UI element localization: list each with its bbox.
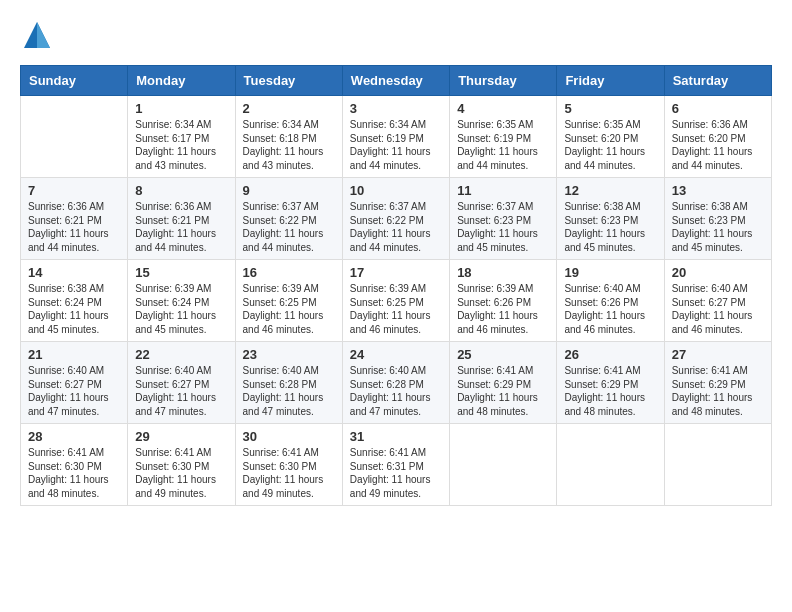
day-number: 9 bbox=[243, 183, 335, 198]
calendar-cell: 25Sunrise: 6:41 AM Sunset: 6:29 PM Dayli… bbox=[450, 342, 557, 424]
calendar-cell: 31Sunrise: 6:41 AM Sunset: 6:31 PM Dayli… bbox=[342, 424, 449, 506]
day-number: 10 bbox=[350, 183, 442, 198]
day-number: 17 bbox=[350, 265, 442, 280]
day-number: 2 bbox=[243, 101, 335, 116]
calendar-day-header: Saturday bbox=[664, 66, 771, 96]
cell-content: Sunrise: 6:41 AM Sunset: 6:30 PM Dayligh… bbox=[135, 446, 227, 500]
calendar-cell bbox=[557, 424, 664, 506]
cell-content: Sunrise: 6:37 AM Sunset: 6:23 PM Dayligh… bbox=[457, 200, 549, 254]
day-number: 13 bbox=[672, 183, 764, 198]
calendar-cell: 9Sunrise: 6:37 AM Sunset: 6:22 PM Daylig… bbox=[235, 178, 342, 260]
day-number: 7 bbox=[28, 183, 120, 198]
cell-content: Sunrise: 6:34 AM Sunset: 6:18 PM Dayligh… bbox=[243, 118, 335, 172]
calendar-week-row: 21Sunrise: 6:40 AM Sunset: 6:27 PM Dayli… bbox=[21, 342, 772, 424]
cell-content: Sunrise: 6:40 AM Sunset: 6:27 PM Dayligh… bbox=[672, 282, 764, 336]
day-number: 19 bbox=[564, 265, 656, 280]
day-number: 24 bbox=[350, 347, 442, 362]
calendar-cell: 20Sunrise: 6:40 AM Sunset: 6:27 PM Dayli… bbox=[664, 260, 771, 342]
day-number: 15 bbox=[135, 265, 227, 280]
calendar-cell: 10Sunrise: 6:37 AM Sunset: 6:22 PM Dayli… bbox=[342, 178, 449, 260]
calendar-cell: 22Sunrise: 6:40 AM Sunset: 6:27 PM Dayli… bbox=[128, 342, 235, 424]
calendar-cell: 26Sunrise: 6:41 AM Sunset: 6:29 PM Dayli… bbox=[557, 342, 664, 424]
day-number: 31 bbox=[350, 429, 442, 444]
calendar-cell: 24Sunrise: 6:40 AM Sunset: 6:28 PM Dayli… bbox=[342, 342, 449, 424]
cell-content: Sunrise: 6:41 AM Sunset: 6:29 PM Dayligh… bbox=[564, 364, 656, 418]
day-number: 29 bbox=[135, 429, 227, 444]
calendar-cell: 27Sunrise: 6:41 AM Sunset: 6:29 PM Dayli… bbox=[664, 342, 771, 424]
calendar-week-row: 14Sunrise: 6:38 AM Sunset: 6:24 PM Dayli… bbox=[21, 260, 772, 342]
calendar-cell: 30Sunrise: 6:41 AM Sunset: 6:30 PM Dayli… bbox=[235, 424, 342, 506]
calendar-day-header: Sunday bbox=[21, 66, 128, 96]
calendar-day-header: Monday bbox=[128, 66, 235, 96]
calendar-week-row: 1Sunrise: 6:34 AM Sunset: 6:17 PM Daylig… bbox=[21, 96, 772, 178]
calendar-day-header: Wednesday bbox=[342, 66, 449, 96]
cell-content: Sunrise: 6:41 AM Sunset: 6:31 PM Dayligh… bbox=[350, 446, 442, 500]
cell-content: Sunrise: 6:41 AM Sunset: 6:30 PM Dayligh… bbox=[28, 446, 120, 500]
day-number: 4 bbox=[457, 101, 549, 116]
calendar-cell: 1Sunrise: 6:34 AM Sunset: 6:17 PM Daylig… bbox=[128, 96, 235, 178]
cell-content: Sunrise: 6:37 AM Sunset: 6:22 PM Dayligh… bbox=[350, 200, 442, 254]
calendar-day-header: Thursday bbox=[450, 66, 557, 96]
calendar-cell: 14Sunrise: 6:38 AM Sunset: 6:24 PM Dayli… bbox=[21, 260, 128, 342]
cell-content: Sunrise: 6:40 AM Sunset: 6:27 PM Dayligh… bbox=[135, 364, 227, 418]
calendar-cell: 21Sunrise: 6:40 AM Sunset: 6:27 PM Dayli… bbox=[21, 342, 128, 424]
calendar-day-header: Friday bbox=[557, 66, 664, 96]
day-number: 3 bbox=[350, 101, 442, 116]
calendar-day-header: Tuesday bbox=[235, 66, 342, 96]
cell-content: Sunrise: 6:34 AM Sunset: 6:17 PM Dayligh… bbox=[135, 118, 227, 172]
calendar-cell: 29Sunrise: 6:41 AM Sunset: 6:30 PM Dayli… bbox=[128, 424, 235, 506]
cell-content: Sunrise: 6:35 AM Sunset: 6:20 PM Dayligh… bbox=[564, 118, 656, 172]
day-number: 26 bbox=[564, 347, 656, 362]
calendar-cell: 11Sunrise: 6:37 AM Sunset: 6:23 PM Dayli… bbox=[450, 178, 557, 260]
cell-content: Sunrise: 6:39 AM Sunset: 6:24 PM Dayligh… bbox=[135, 282, 227, 336]
calendar-cell: 5Sunrise: 6:35 AM Sunset: 6:20 PM Daylig… bbox=[557, 96, 664, 178]
calendar-cell bbox=[450, 424, 557, 506]
calendar-cell: 4Sunrise: 6:35 AM Sunset: 6:19 PM Daylig… bbox=[450, 96, 557, 178]
calendar-week-row: 7Sunrise: 6:36 AM Sunset: 6:21 PM Daylig… bbox=[21, 178, 772, 260]
calendar-cell: 8Sunrise: 6:36 AM Sunset: 6:21 PM Daylig… bbox=[128, 178, 235, 260]
cell-content: Sunrise: 6:40 AM Sunset: 6:28 PM Dayligh… bbox=[243, 364, 335, 418]
day-number: 22 bbox=[135, 347, 227, 362]
calendar-cell bbox=[21, 96, 128, 178]
day-number: 8 bbox=[135, 183, 227, 198]
logo bbox=[20, 20, 52, 55]
calendar-cell: 15Sunrise: 6:39 AM Sunset: 6:24 PM Dayli… bbox=[128, 260, 235, 342]
logo-icon bbox=[22, 20, 52, 50]
day-number: 6 bbox=[672, 101, 764, 116]
cell-content: Sunrise: 6:39 AM Sunset: 6:25 PM Dayligh… bbox=[243, 282, 335, 336]
day-number: 16 bbox=[243, 265, 335, 280]
day-number: 23 bbox=[243, 347, 335, 362]
day-number: 11 bbox=[457, 183, 549, 198]
calendar-week-row: 28Sunrise: 6:41 AM Sunset: 6:30 PM Dayli… bbox=[21, 424, 772, 506]
cell-content: Sunrise: 6:36 AM Sunset: 6:21 PM Dayligh… bbox=[135, 200, 227, 254]
svg-marker-1 bbox=[37, 22, 50, 48]
calendar-cell: 28Sunrise: 6:41 AM Sunset: 6:30 PM Dayli… bbox=[21, 424, 128, 506]
cell-content: Sunrise: 6:41 AM Sunset: 6:29 PM Dayligh… bbox=[672, 364, 764, 418]
cell-content: Sunrise: 6:41 AM Sunset: 6:30 PM Dayligh… bbox=[243, 446, 335, 500]
day-number: 18 bbox=[457, 265, 549, 280]
cell-content: Sunrise: 6:36 AM Sunset: 6:21 PM Dayligh… bbox=[28, 200, 120, 254]
day-number: 1 bbox=[135, 101, 227, 116]
calendar-cell: 16Sunrise: 6:39 AM Sunset: 6:25 PM Dayli… bbox=[235, 260, 342, 342]
cell-content: Sunrise: 6:36 AM Sunset: 6:20 PM Dayligh… bbox=[672, 118, 764, 172]
cell-content: Sunrise: 6:39 AM Sunset: 6:26 PM Dayligh… bbox=[457, 282, 549, 336]
cell-content: Sunrise: 6:41 AM Sunset: 6:29 PM Dayligh… bbox=[457, 364, 549, 418]
day-number: 21 bbox=[28, 347, 120, 362]
cell-content: Sunrise: 6:40 AM Sunset: 6:26 PM Dayligh… bbox=[564, 282, 656, 336]
calendar-header-row: SundayMondayTuesdayWednesdayThursdayFrid… bbox=[21, 66, 772, 96]
cell-content: Sunrise: 6:37 AM Sunset: 6:22 PM Dayligh… bbox=[243, 200, 335, 254]
calendar-cell: 19Sunrise: 6:40 AM Sunset: 6:26 PM Dayli… bbox=[557, 260, 664, 342]
calendar-cell: 18Sunrise: 6:39 AM Sunset: 6:26 PM Dayli… bbox=[450, 260, 557, 342]
calendar-cell bbox=[664, 424, 771, 506]
day-number: 14 bbox=[28, 265, 120, 280]
cell-content: Sunrise: 6:38 AM Sunset: 6:23 PM Dayligh… bbox=[564, 200, 656, 254]
calendar-cell: 23Sunrise: 6:40 AM Sunset: 6:28 PM Dayli… bbox=[235, 342, 342, 424]
cell-content: Sunrise: 6:39 AM Sunset: 6:25 PM Dayligh… bbox=[350, 282, 442, 336]
day-number: 27 bbox=[672, 347, 764, 362]
page-header bbox=[20, 20, 772, 55]
day-number: 28 bbox=[28, 429, 120, 444]
calendar-cell: 17Sunrise: 6:39 AM Sunset: 6:25 PM Dayli… bbox=[342, 260, 449, 342]
day-number: 20 bbox=[672, 265, 764, 280]
cell-content: Sunrise: 6:40 AM Sunset: 6:27 PM Dayligh… bbox=[28, 364, 120, 418]
calendar-cell: 6Sunrise: 6:36 AM Sunset: 6:20 PM Daylig… bbox=[664, 96, 771, 178]
